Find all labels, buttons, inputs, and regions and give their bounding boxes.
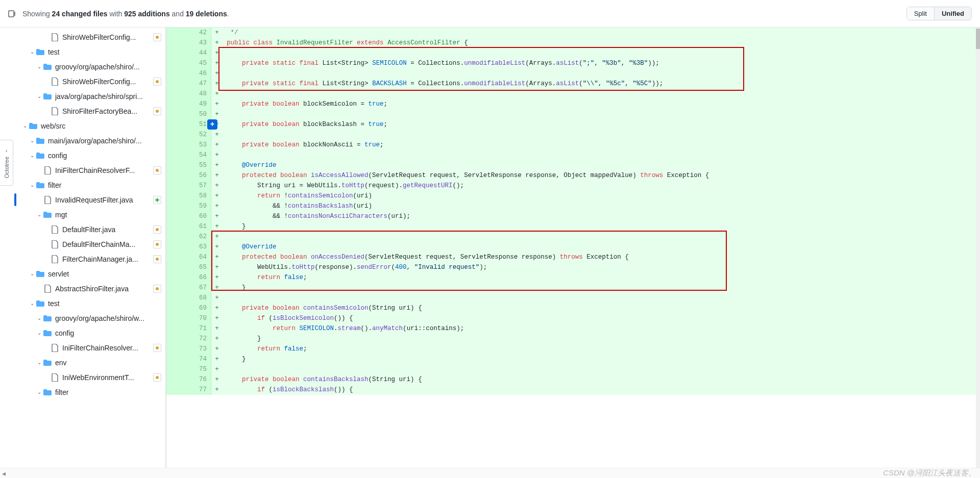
- diff-line[interactable]: 52+: [166, 130, 980, 140]
- diff-line[interactable]: 63+ @Override: [166, 242, 980, 252]
- unified-view-tab[interactable]: Unified: [934, 7, 971, 20]
- chevron-down-icon[interactable]: ⌄: [36, 330, 43, 336]
- diff-pane[interactable]: 42+ */43+public class InvalidRequestFilt…: [166, 28, 980, 468]
- diff-line[interactable]: 70+ if (isBlockSemicolon()) {: [166, 313, 980, 323]
- arrow-left-icon[interactable]: ◂: [2, 469, 6, 477]
- chevron-down-icon[interactable]: ⌄: [36, 212, 43, 217]
- diff-line[interactable]: 67+ }: [166, 283, 980, 293]
- line-number-old: [166, 89, 189, 99]
- diff-line[interactable]: 75+: [166, 364, 980, 374]
- tree-folder[interactable]: ⌄main/java/org/apache/shiro/...: [14, 133, 165, 148]
- diff-line[interactable]: 62+: [166, 232, 980, 242]
- file-tree[interactable]: ShiroWebFilterConfig...⌄test⌄groovy/org/…: [14, 28, 165, 468]
- diff-line[interactable]: 55+ @Override: [166, 160, 980, 170]
- diff-line[interactable]: 60+ && !containsNonAsciiCharacters(uri);: [166, 211, 980, 221]
- diff-line[interactable]: 53+ private boolean blockNonAscii = true…: [166, 140, 980, 150]
- diff-line[interactable]: 57+ String uri = WebUtils.toHttp(request…: [166, 181, 980, 191]
- chevron-down-icon[interactable]: ⌄: [36, 360, 43, 365]
- diff-marker: +: [211, 344, 223, 354]
- octotree-toggle[interactable]: › Octotree: [0, 140, 13, 186]
- chevron-down-icon[interactable]: ⌄: [29, 271, 36, 276]
- diff-line[interactable]: 68+: [166, 293, 980, 303]
- tree-folder[interactable]: ⌄java/org/apache/shiro/spri...: [14, 89, 165, 104]
- tree-file[interactable]: DefaultFilter.java: [14, 222, 165, 237]
- chevron-down-icon[interactable]: ⌄: [21, 123, 29, 129]
- tree-file[interactable]: ShiroFilterFactoryBea...: [14, 104, 165, 118]
- chevron-down-icon[interactable]: ⌄: [29, 138, 36, 143]
- diff-line[interactable]: 50+: [166, 109, 980, 119]
- diff-line[interactable]: 42+ */: [166, 28, 980, 38]
- tree-item-label: FilterChainManager.ja...: [62, 255, 153, 263]
- chevron-down-icon[interactable]: ⌄: [29, 153, 36, 158]
- diff-line[interactable]: 46+: [166, 68, 980, 79]
- vertical-scrollbar[interactable]: [976, 28, 980, 468]
- tree-folder[interactable]: ⌄test: [14, 44, 165, 59]
- code-content: protected boolean isAccessAllowed(Servle…: [223, 170, 980, 181]
- tree-folder[interactable]: ⌄filter: [14, 385, 165, 399]
- tree-folder[interactable]: ⌄groovy/org/apache/shiro/...: [14, 59, 165, 74]
- tree-item-label: mgt: [55, 211, 161, 219]
- code-content: @Override: [223, 160, 980, 170]
- folder-icon: [36, 181, 45, 189]
- diff-line[interactable]: 59+ && !containsBackslash(uri): [166, 201, 980, 211]
- diff-line[interactable]: 45+ private static final List<String> SE…: [166, 58, 980, 68]
- chevron-down-icon[interactable]: ⌄: [36, 64, 43, 69]
- tree-item-label: servlet: [48, 270, 161, 278]
- tree-folder[interactable]: ⌄groovy/org/apache/shiro/w...: [14, 311, 165, 325]
- tree-folder[interactable]: ⌄config: [14, 148, 165, 163]
- diff-line[interactable]: 43+public class InvalidRequestFilter ext…: [166, 38, 980, 48]
- code-content: && !containsNonAsciiCharacters(uri);: [223, 211, 980, 221]
- tree-folder[interactable]: ⌄config: [14, 325, 165, 340]
- tree-file[interactable]: IniWebEnvironmentT...: [14, 370, 165, 385]
- tree-file[interactable]: IniFilterChainResolverF...: [14, 163, 165, 178]
- tree-folder[interactable]: ⌄web/src: [14, 118, 165, 133]
- diff-line[interactable]: 49+ private boolean blockSemicolon = tru…: [166, 99, 980, 109]
- diff-line[interactable]: 71+ return SEMICOLON.stream().anyMatch(u…: [166, 323, 980, 334]
- diff-line[interactable]: 72+ }: [166, 334, 980, 344]
- tree-folder[interactable]: ⌄mgt: [14, 207, 165, 222]
- line-number-old: [166, 58, 189, 68]
- chevron-down-icon[interactable]: ⌄: [36, 315, 43, 321]
- diff-line[interactable]: 65+ WebUtils.toHttp(response).sendError(…: [166, 262, 980, 272]
- tree-file[interactable]: AbstractShiroFilter.java: [14, 281, 165, 296]
- chevron-down-icon[interactable]: ⌄: [29, 49, 36, 55]
- tree-item-label: AbstractShiroFilter.java: [55, 285, 153, 293]
- add-comment-button[interactable]: +: [207, 119, 217, 130]
- diff-line[interactable]: 66+ return false;: [166, 272, 980, 283]
- diff-line[interactable]: 47+ private static final List<String> BA…: [166, 79, 980, 89]
- tree-folder[interactable]: ⌄env: [14, 355, 165, 370]
- diff-line[interactable]: 54+: [166, 150, 980, 160]
- tree-folder[interactable]: ⌄servlet: [14, 266, 165, 281]
- tree-file[interactable]: IniFilterChainResolver...: [14, 340, 165, 355]
- tree-file[interactable]: FilterChainManager.ja...: [14, 251, 165, 266]
- tree-folder[interactable]: ⌄filter: [14, 178, 165, 192]
- diff-line[interactable]: 77+ if (isBlockBackslash()) {: [166, 385, 980, 395]
- diff-marker: +: [211, 262, 223, 272]
- collapse-files-icon[interactable]: [8, 10, 16, 18]
- chevron-down-icon[interactable]: ⌄: [36, 93, 43, 99]
- split-view-tab[interactable]: Split: [907, 7, 934, 20]
- line-number-new: 52: [189, 130, 211, 140]
- chevron-down-icon[interactable]: ⌄: [29, 182, 36, 188]
- diff-line[interactable]: 76+ private boolean containsBackslash(St…: [166, 374, 980, 385]
- diff-line[interactable]: 44+: [166, 48, 980, 58]
- diff-line[interactable]: 73+ return false;: [166, 344, 980, 354]
- code-content: return false;: [223, 344, 980, 354]
- diff-line[interactable]: 48+: [166, 89, 980, 99]
- tree-file[interactable]: DefaultFilterChainMa...: [14, 237, 165, 251]
- diff-line[interactable]: 74+ }: [166, 354, 980, 364]
- diff-line[interactable]: 61+ }: [166, 221, 980, 232]
- folder-icon: [43, 211, 52, 219]
- tree-file[interactable]: ShiroWebFilterConfig...: [14, 30, 165, 44]
- diff-line[interactable]: 69+ private boolean containsSemicolon(St…: [166, 303, 980, 313]
- diff-line[interactable]: 56+ protected boolean isAccessAllowed(Se…: [166, 170, 980, 181]
- tree-folder[interactable]: ⌄test: [14, 296, 165, 311]
- code-content: private static final List<String> BACKSL…: [223, 79, 980, 89]
- tree-file[interactable]: InvalidRequestFilter.java: [14, 192, 165, 207]
- diff-line[interactable]: 64+ protected boolean onAccessDenied(Ser…: [166, 252, 980, 262]
- diff-line[interactable]: 58+ return !containsSemicolon(uri): [166, 191, 980, 201]
- chevron-down-icon[interactable]: ⌄: [36, 389, 43, 395]
- diff-line[interactable]: 51+ private boolean blockBackslash = tru…: [166, 119, 980, 130]
- chevron-down-icon[interactable]: ⌄: [29, 300, 36, 306]
- tree-file[interactable]: ShiroWebFilterConfig...: [14, 74, 165, 89]
